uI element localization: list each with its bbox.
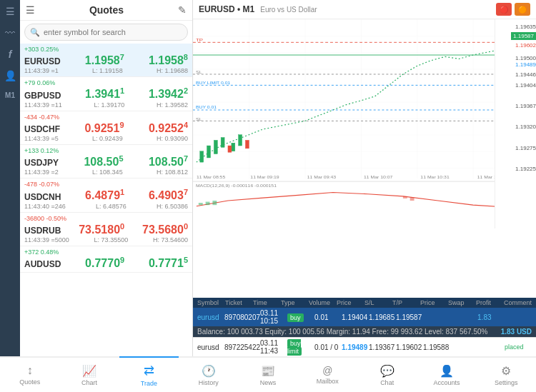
price-label-19320: 1.19320 bbox=[515, 124, 536, 130]
nav-history[interactable]: 🕐 History bbox=[179, 358, 238, 392]
balance-profit: 1.83 USD bbox=[501, 328, 532, 336]
eurusd-change: +303 0.25% bbox=[24, 46, 59, 53]
history-icon: 🕐 bbox=[202, 364, 216, 378]
usdrub-ask: 73.56800 bbox=[142, 222, 188, 236]
order-type: buy bbox=[287, 313, 314, 321]
svg-text:11 Mar 10:07: 11 Mar 10:07 bbox=[364, 175, 393, 179]
col-swap: Swap bbox=[448, 299, 476, 306]
pending-symbol: eurusd bbox=[197, 343, 224, 351]
history-label: History bbox=[199, 379, 219, 386]
order-price: 1.19404 bbox=[342, 313, 369, 321]
order-symbol: eurusd bbox=[197, 313, 224, 321]
chart-area: EURUSD • M1 Euro vs US Dollar 🔴 🟠 bbox=[193, 0, 536, 356]
usdchf-change: -434 -0.47% bbox=[24, 114, 59, 121]
usdrub-change: -36800 -0.50% bbox=[24, 215, 66, 222]
nav-news[interactable]: 📰 News bbox=[238, 358, 297, 392]
eurusd-low: L: 1.19158 bbox=[92, 67, 123, 74]
settings-icon: ⚙ bbox=[501, 364, 511, 378]
price-label-19404: 1.19404 bbox=[515, 82, 536, 89]
sidebar-timeframe-label[interactable]: M1 bbox=[5, 91, 15, 99]
chat-icon: 💬 bbox=[380, 364, 394, 378]
col-profit: Profit bbox=[476, 299, 504, 306]
gbpusd-high: H: 1.39582 bbox=[157, 101, 188, 109]
chart-header: EURUSD • M1 Euro vs US Dollar 🔴 🟠 bbox=[193, 0, 536, 19]
chart-icon: 📈 bbox=[82, 364, 96, 378]
svg-text:MACD(12,26,9) -0.000116  -0.00: MACD(12,26,9) -0.000116 -0.000151 bbox=[196, 184, 277, 188]
sidebar: ☰ 〰 f 👤 M1 bbox=[0, 0, 20, 356]
usdjpy-high: H: 108.812 bbox=[157, 169, 188, 176]
nav-settings[interactable]: ⚙ Settings bbox=[477, 358, 536, 392]
svg-rect-20 bbox=[245, 140, 249, 149]
quote-item-eurusd[interactable]: +303 0.25% EURUSD 1.19587 1.19588 11:43:… bbox=[20, 44, 192, 77]
active-order-row[interactable]: eurusd 897080207 03.11 10:15 buy 0.01 1.… bbox=[193, 308, 536, 326]
chart-name: Euro vs US Dollar bbox=[260, 6, 317, 14]
pending-ticket: 897225422 bbox=[224, 343, 260, 351]
nav-chat[interactable]: 💬 Chat bbox=[357, 358, 417, 392]
sidebar-user-icon[interactable]: 👤 bbox=[4, 70, 16, 81]
price-label-tp: 1.19602 bbox=[515, 42, 536, 49]
quote-item-audusd[interactable]: +372 0.48% AUDUSD 0.77709 0.77715 bbox=[20, 246, 192, 273]
svg-text:TP: TP bbox=[196, 38, 203, 42]
search-input[interactable] bbox=[24, 24, 188, 41]
svg-rect-21 bbox=[193, 181, 536, 226]
sidebar-fx-icon[interactable]: f bbox=[9, 49, 12, 60]
sidebar-menu-icon[interactable]: ☰ bbox=[6, 6, 15, 17]
usdjpy-low: L: 108.345 bbox=[92, 169, 123, 176]
quote-item-usdcnh[interactable]: -478 -0.07% USDCNH 6.48791 6.49037 11:43… bbox=[20, 179, 192, 212]
usdcnh-bid: 6.48791 bbox=[85, 188, 124, 202]
nav-quotes[interactable]: ↕ Quotes bbox=[0, 358, 59, 392]
chart-controls: 🔴 🟠 bbox=[496, 3, 530, 16]
quotes-header: ☰ Quotes ✎ bbox=[20, 0, 192, 21]
eurusd-high: H: 1.19688 bbox=[157, 67, 188, 74]
quote-item-usdjpy[interactable]: +133 0.12% USDJPY 108.505 108.507 11:43:… bbox=[20, 145, 192, 179]
svg-rect-19 bbox=[228, 146, 232, 152]
quote-item-usdrub[interactable]: -36800 -0.50% USDRUB 73.51800 73.56800 1… bbox=[20, 213, 192, 246]
svg-rect-28 bbox=[410, 197, 415, 201]
chart-btn-red[interactable]: 🔴 bbox=[496, 3, 512, 16]
pending-time: 03.11 11:43 bbox=[260, 339, 287, 355]
nav-mailbox[interactable]: @ Mailbox bbox=[298, 358, 357, 392]
svg-text:SL: SL bbox=[196, 70, 202, 74]
quotes-panel: ☰ Quotes ✎ 🔍 +303 0.25% EURUSD 1.19587 bbox=[20, 0, 193, 356]
pending-type: buy limit bbox=[287, 339, 314, 355]
quote-item-usdchf[interactable]: -434 -0.47% USDCHF 0.92519 0.92524 11:43… bbox=[20, 111, 192, 145]
nav-accounts[interactable]: 👤 Accounts bbox=[417, 358, 476, 392]
mailbox-icon: @ bbox=[322, 365, 332, 376]
settings-label: Settings bbox=[495, 379, 518, 386]
col-time: Time bbox=[253, 299, 281, 306]
svg-rect-14 bbox=[207, 146, 211, 158]
order-tp: 1.19587 bbox=[396, 313, 423, 321]
price-axis: 1.19587 1.19635 1.19602 1.19500 1.19489 … bbox=[495, 19, 536, 228]
price-label-19454: 1.19446 bbox=[515, 71, 536, 78]
quote-item-gbpusd[interactable]: +79 0.06% GBPUSD 1.39411 1.39422 11:43:3… bbox=[20, 77, 192, 111]
search-box: 🔍 bbox=[24, 24, 188, 41]
sidebar-wave-icon[interactable]: 〰 bbox=[5, 27, 15, 39]
price-label-19367: 1.19367 bbox=[515, 103, 536, 109]
col-sl: S/L bbox=[364, 299, 392, 306]
price-label-current: 1.19587 bbox=[511, 32, 536, 40]
usdrub-low: L: 73.35500 bbox=[94, 236, 129, 243]
chart-btn-orange[interactable]: 🟠 bbox=[515, 3, 530, 16]
menu-icon[interactable]: ☰ bbox=[26, 4, 35, 16]
usdcnh-time: 11:43:40 =246 bbox=[24, 203, 66, 210]
col-comment: Comment bbox=[504, 299, 532, 306]
usdjpy-time: 11:43:39 =2 bbox=[24, 169, 59, 176]
gbpusd-ask: 1.39422 bbox=[149, 86, 188, 101]
usdchf-high: H: 0.93090 bbox=[157, 135, 188, 142]
pending-order-row[interactable]: eurusd 897225422 03.11 11:43 buy limit 0… bbox=[193, 337, 536, 356]
accounts-label: Accounts bbox=[433, 379, 460, 386]
edit-icon[interactable]: ✎ bbox=[178, 4, 187, 16]
quotes-icon: ↕ bbox=[27, 364, 33, 377]
accounts-icon: 👤 bbox=[440, 364, 454, 378]
mailbox-label: Mailbox bbox=[317, 378, 339, 385]
nav-trade[interactable]: ⇄ Trade bbox=[119, 356, 179, 392]
nav-chart[interactable]: 📈 Chart bbox=[59, 358, 119, 392]
svg-rect-17 bbox=[232, 143, 235, 151]
usdcnh-change: -478 -0.07% bbox=[24, 181, 59, 188]
order-sl: 1.19685 bbox=[369, 313, 396, 321]
balance-text: Balance: 100 003.73 Equity: 100 005.56 M… bbox=[197, 328, 487, 336]
usdcnh-symbol: USDCNH bbox=[24, 192, 61, 202]
usdchf-time: 11:43:39 =5 bbox=[24, 135, 59, 142]
chart-svg: TP BUY LIMIT 0.01 SL BUY 0.01 bbox=[193, 19, 536, 228]
col-price: Price bbox=[337, 299, 364, 306]
